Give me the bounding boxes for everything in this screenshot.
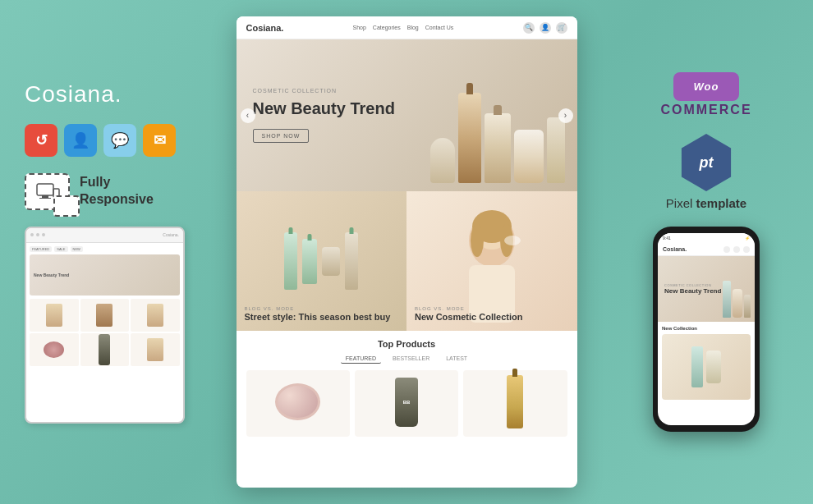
product-card-img-1: [251, 375, 345, 428]
site-nav-links: Shop Categories Blog Contact Us: [353, 25, 454, 30]
nav-link-blog[interactable]: Blog: [407, 25, 419, 30]
search-icon[interactable]: 🔍: [523, 22, 535, 34]
mini-bottle-1: [284, 232, 297, 290]
phone-product-img-area: [662, 334, 751, 400]
site-navbar: Cosiana. Shop Categories Blog Contact Us…: [237, 16, 577, 39]
account-icon[interactable]: 👤: [540, 22, 551, 34]
phone-time: 9:41: [663, 236, 671, 241]
content-block-2: BLOG VS. MODE New Cosmetic Collection: [406, 191, 577, 331]
tablet-dot-3: [42, 233, 45, 236]
product-card-1[interactable]: [246, 370, 350, 437]
site-content: BLOG VS. MODE Street style: This season …: [237, 191, 577, 331]
phone-icons: [723, 246, 750, 253]
svg-point-12: [504, 236, 521, 245]
site-hero: ‹ COSMETIC COLLECTION New Beauty Trend S…: [237, 39, 577, 191]
hero-subtitle: COSMETIC COLLECTION: [253, 88, 561, 94]
nav-link-categories[interactable]: Categories: [373, 25, 401, 30]
tablet-product-1: [30, 299, 79, 332]
plugin-icon-chat[interactable]: 💬: [103, 124, 136, 157]
woo-text: COMMERCE: [660, 103, 751, 117]
products-tab-bestseller[interactable]: BESTSELLER: [388, 354, 434, 364]
tablet-product-img-6: [147, 338, 163, 361]
tablet-hero: New Beauty Trend: [30, 254, 180, 296]
phone-mini-bottle-1: [691, 346, 703, 387]
product-card-3[interactable]: [463, 370, 567, 437]
products-tabs: FEATURED BESTSELLER LATEST: [246, 354, 567, 364]
nav-link-shop[interactable]: Shop: [353, 25, 366, 30]
svg-rect-2: [39, 198, 51, 199]
phone-battery: ⚡: [745, 236, 750, 241]
content-block-1: BLOG VS. MODE Street style: This season …: [237, 191, 407, 331]
content-heading-2: New Cosmetic Collection: [415, 311, 569, 323]
right-panel: Woo COMMERCE pt Pixel template 9:41 ⚡ Co…: [624, 72, 788, 432]
tablet-product-4: [30, 333, 79, 366]
woo-logo-text: Woo: [694, 80, 719, 93]
compact-powder-icon: [275, 383, 320, 420]
tablet-product-img-4: [44, 341, 64, 358]
tablet-header: Cosiana.: [26, 228, 183, 243]
responsive-svg: [35, 182, 60, 200]
plugin-icons: ↺ 👤 💬 ✉: [25, 124, 189, 157]
phone-mini-bottle-2: [706, 351, 721, 383]
tablet-hero-text: New Beauty Trend: [34, 273, 69, 277]
tablet-product-img-1: [46, 304, 62, 327]
content-overlay-text-1: BLOG VS. MODE Street style: This season …: [245, 306, 399, 323]
phone-section-title: New Collection: [662, 326, 751, 331]
phone-screen: 9:41 ⚡ Cosiana. COSMETIC COLLECTION New …: [658, 233, 755, 425]
phone-bottle-1: [723, 281, 731, 318]
mini-bottle-4: [345, 232, 358, 290]
products-grid: [246, 370, 567, 437]
phone-search-icon: [723, 246, 730, 253]
svg-rect-1: [42, 195, 48, 198]
phone-navbar: Cosiana.: [658, 243, 755, 256]
product-card-2[interactable]: [355, 370, 458, 437]
main-wrapper: Cosiana. ↺ 👤 💬 ✉: [0, 0, 813, 504]
plugin-icon-user[interactable]: 👤: [64, 124, 97, 157]
pixel-name-bold: template: [696, 196, 747, 210]
pixel-logo-text: pt: [700, 154, 714, 172]
pixel-text: Pixel template: [666, 196, 746, 210]
tablet-products: [30, 299, 180, 366]
content-heading-1: Street style: This season best buy: [245, 311, 399, 323]
tablet-logo: Cosiana.: [163, 232, 179, 237]
hero-text-content: COSMETIC COLLECTION New Beauty Trend SHO…: [237, 71, 577, 159]
responsive-line2: Responsive: [80, 191, 154, 208]
mini-bottle-3: [322, 247, 340, 276]
phone-content: New Collection: [658, 322, 755, 404]
hero-prev-arrow[interactable]: ‹: [241, 108, 255, 123]
tablet-nav: FEATURED SALE NEW: [30, 246, 180, 252]
site-logo: Cosiana.: [246, 23, 284, 33]
brand-title: Cosiana.: [25, 81, 189, 108]
tablet-product-5: [80, 333, 130, 366]
products-section: Top Products FEATURED BESTSELLER LATEST: [237, 331, 577, 442]
tablet-product-img-2: [96, 304, 113, 327]
woo-badge: Woo COMMERCE: [660, 72, 751, 117]
product-card-img-3: [468, 375, 562, 428]
plugin-icon-mail[interactable]: ✉: [143, 124, 176, 157]
tablet-product-6: [131, 333, 180, 366]
tablet-dot-2: [36, 233, 39, 236]
tablet-product-3: [131, 299, 180, 332]
phone-logo: Cosiana.: [663, 246, 687, 252]
hero-title: New Beauty Trend: [253, 99, 561, 118]
products-tab-latest[interactable]: LATEST: [441, 354, 472, 364]
products-tab-featured[interactable]: FEATURED: [341, 354, 381, 364]
nav-link-contact[interactable]: Contact Us: [425, 25, 454, 30]
phone-bottle-3: [744, 295, 751, 318]
tablet-mockup: Cosiana. FEATURED SALE NEW New Beauty Tr…: [25, 227, 185, 424]
phone-cart-icon: [743, 246, 750, 253]
mini-bottle-2: [302, 239, 317, 284]
products-title: Top Products: [246, 339, 567, 349]
tablet-dot-1: [30, 233, 34, 236]
responsive-block: Fully Responsive: [25, 173, 189, 210]
tablet-product-img-5: [99, 334, 110, 365]
responsive-line1: Fully: [80, 174, 154, 191]
tablet-product-2: [80, 299, 130, 332]
hero-next-arrow[interactable]: ›: [558, 108, 573, 123]
phone-hero: COSMETIC COLLECTION New Beauty Trend: [658, 256, 755, 322]
plugin-icon-revolut[interactable]: ↺: [25, 124, 57, 157]
hero-btn[interactable]: SHOP NOW: [253, 129, 310, 143]
responsive-icon: [25, 173, 70, 210]
cart-icon[interactable]: 🛒: [556, 22, 567, 34]
phone-account-icon: [733, 246, 740, 253]
